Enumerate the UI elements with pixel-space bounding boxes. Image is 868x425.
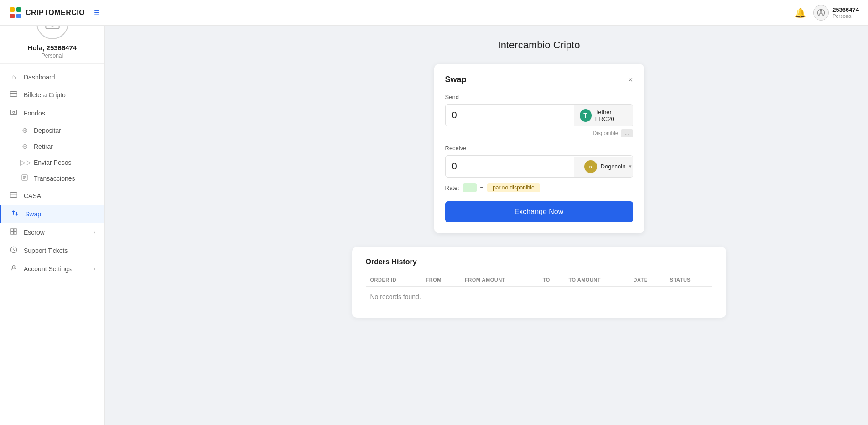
sidebar-item-casa[interactable]: CASA	[0, 187, 104, 205]
send-token-selector[interactable]: T Tether ERC20 ▾	[574, 105, 633, 126]
sidebar-item-label: Retirar	[34, 143, 95, 150]
receive-token-chevron-icon: ▾	[629, 163, 632, 169]
send-token-name: Tether ERC20	[595, 109, 630, 122]
disponible-row: Disponible ...	[445, 129, 633, 137]
sidebar-item-label: CASA	[24, 192, 95, 199]
table-header-row: ORDER ID FROM FROM AMOUNT TO TO AMOUNT D…	[366, 273, 712, 287]
orders-table-header: ORDER ID FROM FROM AMOUNT TO TO AMOUNT D…	[366, 273, 712, 287]
rate-row: Rate: ... = par no disponible	[445, 183, 633, 192]
sidebar-item-retirar[interactable]: ⊖ Retirar	[0, 138, 104, 154]
sidebar-item-label: Enviar Pesos	[34, 159, 95, 166]
col-to-amount: TO AMOUNT	[564, 273, 629, 287]
no-records-cell: No records found.	[366, 287, 712, 307]
no-records-text: No records found.	[370, 293, 421, 300]
sidebar-item-enviar[interactable]: ▷▷ Enviar Pesos	[0, 154, 104, 170]
send-section: Send T Tether ERC20 ▾ Disponible ...	[445, 94, 633, 137]
notification-icon[interactable]: 🔔	[795, 7, 806, 18]
doge-icon: Ð	[584, 160, 597, 173]
send-amount-input[interactable]	[446, 105, 574, 126]
tether-icon: T	[580, 109, 592, 122]
rate-dots: ...	[463, 183, 477, 192]
col-from-amount: FROM AMOUNT	[460, 273, 538, 287]
topbar-avatar	[813, 5, 829, 21]
col-order-id: ORDER ID	[366, 273, 421, 287]
disponible-dots: ...	[621, 129, 633, 137]
user-role: Personal	[42, 52, 63, 59]
depositar-icon: ⊕	[20, 126, 29, 135]
swap-card-title: Swap	[445, 75, 467, 84]
svg-rect-8	[10, 110, 16, 114]
svg-rect-3	[16, 14, 21, 18]
svg-rect-1	[16, 7, 21, 12]
svg-rect-18	[11, 232, 13, 234]
svg-rect-14	[10, 193, 17, 198]
main-content: Intercambio Cripto Swap × Send T Tether …	[210, 26, 868, 425]
topbar-user-role: Personal	[832, 13, 859, 19]
sidebar-item-swap[interactable]: Swap	[0, 205, 104, 223]
dashboard-icon: ⌂	[9, 73, 18, 81]
svg-rect-19	[14, 232, 16, 234]
receive-amount-input[interactable]	[446, 156, 574, 177]
svg-rect-0	[10, 7, 15, 12]
swap-card: Swap × Send T Tether ERC20 ▾ Disponible …	[434, 64, 644, 233]
sidebar-item-escrow[interactable]: Escrow ›	[0, 223, 104, 241]
topbar-user[interactable]: 25366474 Personal	[813, 5, 859, 21]
sidebar-item-label: Dashboard	[24, 73, 95, 81]
sidebar-item-label: Depositar	[34, 127, 95, 134]
chevron-right-icon: ›	[94, 229, 95, 236]
sidebar-item-label: Fondos	[24, 110, 95, 117]
escrow-icon	[9, 228, 18, 237]
app-name: CRIPTOMERCIO	[26, 9, 85, 17]
swap-card-header: Swap ×	[445, 75, 633, 84]
send-label: Send	[445, 94, 633, 100]
enviar-icon: ▷▷	[20, 158, 29, 167]
sidebar-item-label: Billetera Cripto	[24, 91, 95, 99]
rate-equals: =	[480, 184, 484, 191]
orders-table-body: No records found.	[366, 287, 712, 307]
chevron-right-icon-account: ›	[94, 266, 95, 272]
table-row: No records found.	[366, 287, 712, 307]
svg-rect-6	[10, 92, 17, 97]
topbar-user-id: 25366474	[832, 6, 859, 13]
retirar-icon: ⊖	[20, 142, 29, 151]
tether-abbr: T	[583, 112, 587, 119]
topbar-right: 🔔 25366474 Personal	[795, 5, 859, 21]
orders-title: Orders History	[366, 258, 712, 266]
user-greeting: Hola, 25366474	[28, 44, 77, 52]
sidebar-item-depositar[interactable]: ⊕ Depositar	[0, 122, 104, 138]
receive-token-name: Dogecoin	[601, 163, 626, 170]
topbar-user-info: 25366474 Personal	[832, 6, 859, 19]
exchange-now-button[interactable]: Exchange Now	[445, 201, 633, 222]
swap-icon	[10, 210, 20, 219]
sidebar-item-fondos[interactable]: Fondos	[0, 104, 104, 122]
rate-label: Rate:	[445, 184, 459, 191]
logo: CRIPTOMERCIO	[9, 6, 85, 19]
sidebar-item-support[interactable]: Support Tickets	[0, 241, 104, 260]
sidebar-item-billetera[interactable]: Billetera Cripto	[0, 86, 104, 104]
col-date: DATE	[629, 273, 665, 287]
transacciones-icon	[20, 174, 29, 183]
orders-table: ORDER ID FROM FROM AMOUNT TO TO AMOUNT D…	[366, 273, 712, 307]
receive-label: Receive	[445, 145, 633, 152]
disponible-label: Disponible	[593, 130, 618, 136]
svg-point-21	[12, 266, 15, 268]
receive-token-selector[interactable]: Ð Dogecoin ▾	[574, 157, 633, 177]
svg-point-9	[13, 111, 15, 113]
close-button[interactable]: ×	[628, 76, 633, 84]
account-icon	[9, 264, 18, 273]
logo-icon	[9, 6, 22, 19]
sidebar-item-dashboard[interactable]: ⌂ Dashboard	[0, 68, 104, 86]
sidebar-item-transacciones[interactable]: Transacciones	[0, 170, 104, 187]
orders-card: Orders History ORDER ID FROM FROM AMOUNT…	[352, 247, 726, 318]
sidebar-item-label: Escrow	[24, 229, 88, 236]
casa-icon	[9, 191, 18, 200]
sidebar-item-label: Swap	[25, 210, 95, 218]
sidebar-item-label: Account Settings	[24, 265, 88, 273]
sidebar-item-label: Transacciones	[34, 175, 95, 182]
receive-section: Receive Ð Dogecoin ▾	[445, 145, 633, 178]
col-from: FROM	[421, 273, 460, 287]
col-to: TO	[538, 273, 564, 287]
sidebar-item-account[interactable]: Account Settings ›	[0, 260, 104, 278]
receive-input-row: Ð Dogecoin ▾	[445, 155, 633, 178]
menu-icon[interactable]: ≡	[94, 7, 99, 18]
